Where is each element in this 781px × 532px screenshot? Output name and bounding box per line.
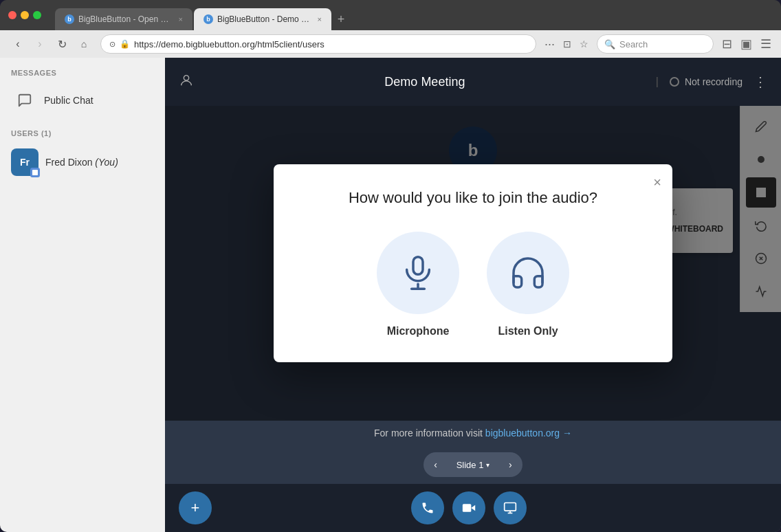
new-tab-button[interactable]: + — [331, 10, 351, 29]
avatar-badge — [30, 168, 40, 177]
lock-icon: 🔒 — [120, 39, 130, 49]
search-placeholder: Search — [619, 39, 648, 49]
listen-only-circle — [487, 232, 569, 314]
tab-label-1: BigBlueButton - Open Source V... — [78, 14, 172, 24]
listen-only-option[interactable]: Listen Only — [487, 232, 569, 337]
slide-prev-button[interactable]: ‹ — [424, 452, 448, 477]
browser-tab-1[interactable]: b BigBlueButton - Open Source V... × — [55, 8, 192, 30]
avatar-initials: Fr — [20, 157, 30, 168]
tab-icon-2: b — [204, 14, 213, 24]
secure-icon: ⊙ — [109, 40, 116, 49]
title-separator: | — [656, 76, 659, 88]
maximize-light[interactable] — [33, 11, 41, 19]
user-item-fred[interactable]: Fr Fred Dixon (You) — [0, 143, 165, 181]
url-field[interactable]: ⊙ 🔒 https://demo.bigbluebutton.org/html5… — [100, 34, 536, 54]
search-bar[interactable]: 🔍 Search — [597, 34, 714, 54]
url-actions: ··· ⊡ ☆ — [543, 36, 590, 53]
svg-rect-12 — [505, 503, 516, 511]
microphone-label: Microphone — [387, 325, 450, 337]
tabs-container: b BigBlueButton - Open Source V... × b B… — [55, 0, 773, 30]
bottom-bar: + — [165, 484, 781, 532]
app-content: MESSAGES Public Chat USERS (1) Fr — [0, 58, 781, 532]
public-chat-label: Public Chat — [44, 95, 94, 106]
close-light[interactable] — [8, 11, 16, 19]
minimize-light[interactable] — [21, 11, 29, 19]
modal-close-button[interactable]: × — [653, 175, 661, 189]
screen-share-button[interactable] — [494, 491, 527, 524]
slide-controls: ‹ Slide 1 ▾ › — [165, 445, 781, 484]
meeting-bar: Demo Meeting | Not recording ⋮ — [165, 58, 781, 106]
tab-icon-1: b — [65, 14, 74, 24]
more-options-button[interactable]: ··· — [543, 36, 556, 53]
modal-options-container: Microphone — [301, 232, 645, 337]
slide-dropdown-arrow: ▾ — [486, 461, 490, 469]
rec-indicator — [670, 77, 679, 87]
svg-rect-0 — [32, 170, 38, 175]
search-icon: 🔍 — [604, 39, 615, 49]
tab-close-2[interactable]: × — [318, 15, 322, 23]
hamburger-button[interactable]: ☰ — [759, 35, 773, 53]
browser-tab-2[interactable]: b BigBlueButton - Demo Meeting × — [194, 8, 331, 30]
slide-label-text: Slide 1 — [456, 460, 484, 470]
url-text: https://demo.bigbluebutton.org/html5clie… — [134, 39, 324, 49]
url-bar: ‹ › ↻ ⌂ ⊙ 🔒 https://demo.bigbluebutton.o… — [0, 30, 781, 58]
modal-overlay: × How would you like to join the audio? — [165, 106, 781, 421]
forward-button[interactable]: › — [30, 34, 50, 54]
microphone-icon — [399, 254, 437, 292]
browser-window: b BigBlueButton - Open Source V... × b B… — [0, 0, 781, 532]
bottom-center-actions — [411, 491, 527, 524]
traffic-lights — [8, 11, 41, 19]
bottom-left-actions: + — [179, 491, 212, 524]
svg-rect-7 — [413, 257, 423, 275]
user-name-fred: Fred Dixon (You) — [45, 157, 118, 168]
chat-icon — [14, 89, 36, 111]
add-button[interactable]: + — [179, 491, 212, 524]
slide-next-button[interactable]: › — [498, 452, 522, 477]
user-avatar-fred: Fr — [11, 148, 38, 176]
modal-title: How would you like to join the audio? — [301, 189, 645, 207]
sidebar: MESSAGES Public Chat USERS (1) Fr — [0, 58, 165, 532]
slide-label-container[interactable]: Slide 1 ▾ — [448, 452, 498, 477]
microphone-option[interactable]: Microphone — [377, 232, 459, 337]
video-button[interactable] — [452, 491, 485, 524]
title-bar: b BigBlueButton - Open Source V... × b B… — [0, 0, 781, 30]
tab-label-2: BigBlueButton - Demo Meeting — [217, 14, 311, 24]
messages-section-label: MESSAGES — [0, 58, 165, 82]
toolbar-right: ⊟ ▣ ☰ — [720, 35, 773, 53]
users-section-label: USERS (1) — [0, 118, 165, 143]
audio-modal: × How would you like to join the audio? — [274, 164, 672, 362]
refresh-button[interactable]: ↻ — [52, 34, 72, 54]
user-icon — [179, 73, 194, 91]
info-text: For more information visit — [374, 428, 485, 439]
bookmark-button[interactable]: ☆ — [578, 37, 590, 51]
headphone-icon — [509, 254, 547, 292]
svg-marker-10 — [471, 505, 475, 511]
nav-buttons: ‹ › ↻ ⌂ — [8, 34, 94, 54]
listen-only-label: Listen Only — [498, 325, 558, 337]
library-button[interactable]: ⊟ — [720, 35, 734, 53]
svg-point-1 — [184, 75, 188, 80]
more-meeting-button[interactable]: ⋮ — [754, 74, 767, 90]
back-button[interactable]: ‹ — [8, 34, 28, 54]
tab-close-1[interactable]: × — [179, 15, 183, 23]
recording-status: Not recording — [670, 76, 742, 87]
presentation-area: b — [165, 106, 781, 421]
svg-rect-11 — [463, 504, 472, 512]
sidebar-toggle-button[interactable]: ▣ — [739, 35, 754, 53]
not-recording-text: Not recording — [685, 76, 742, 87]
public-chat-item[interactable]: Public Chat — [3, 82, 162, 118]
meeting-title: Demo Meeting — [205, 75, 645, 89]
main-area: Demo Meeting | Not recording ⋮ b — [165, 58, 781, 532]
info-link[interactable]: bigbluebutton.org → — [485, 428, 572, 439]
microphone-circle — [377, 232, 459, 314]
reader-mode-button[interactable]: ⊡ — [562, 37, 573, 51]
phone-button[interactable] — [411, 491, 444, 524]
meeting-title-container: Demo Meeting | Not recording — [205, 75, 742, 89]
info-bar: For more information visit bigbluebutton… — [165, 421, 781, 445]
home-button[interactable]: ⌂ — [74, 34, 94, 54]
